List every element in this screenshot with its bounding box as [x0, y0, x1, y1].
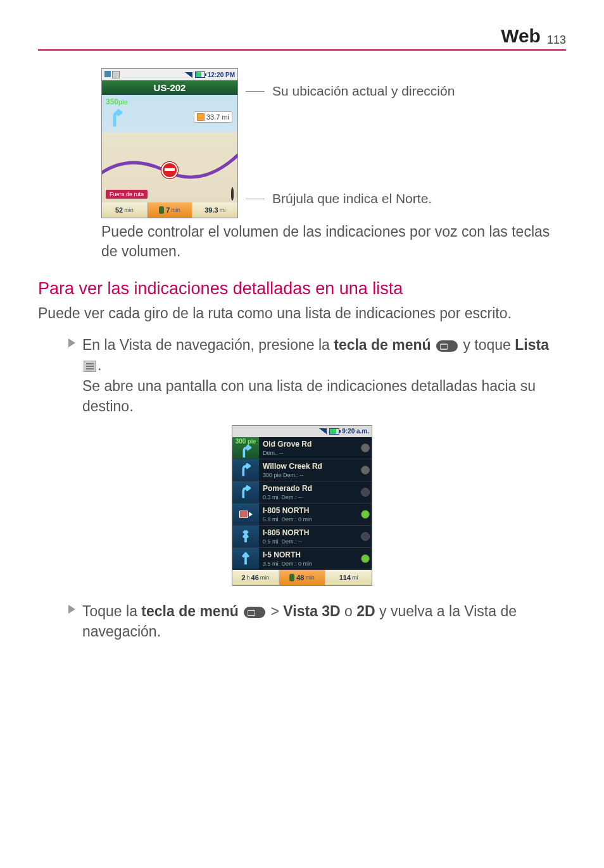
vista-3d-label: Vista 3D — [283, 603, 340, 619]
traffic-dot-cell — [359, 437, 372, 459]
status-time-2: 9:20 a.m. — [342, 428, 369, 435]
section-intro: Puede ver cada giro de la ruta como una … — [38, 304, 566, 323]
road-name: I-805 NORTH — [263, 506, 355, 515]
off-route-badge: Fuera de ruta — [106, 190, 148, 199]
distance-unit: pie — [118, 99, 127, 106]
merge-icon — [239, 530, 253, 543]
direction-icon-cell — [232, 504, 259, 525]
trip-distance-2: 114mi — [325, 570, 372, 585]
next-turn-distance: 350pie — [106, 97, 127, 106]
figure-navigation-view: 12:20 PM US-202 350pie 33.7 mi — [101, 68, 566, 218]
trip-time-total-2: 2h 46min — [232, 570, 279, 585]
road-meta: 3.5 mi. Dem.: 0 min — [263, 561, 355, 567]
road-meta: Dem.: -- — [263, 450, 355, 456]
header-title: Web — [501, 25, 541, 47]
direction-row: Willow Creek Rd300 pie Dem.: -- — [232, 459, 372, 481]
phone-screenshot-nav: 12:20 PM US-202 350pie 33.7 mi — [101, 68, 238, 218]
annotation-compass: Brújula que indica el Norte. — [252, 191, 455, 206]
direction-text: I-805 NORTH5.8 mi. Dem.: 0 min — [259, 504, 359, 525]
road-name: Willow Creek Rd — [263, 462, 355, 471]
traffic-dot-icon — [361, 510, 370, 519]
remaining-distance-value: 33.7 mi — [206, 113, 229, 121]
step2-text-a: Toque la — [82, 603, 141, 619]
distance-number: 350 — [106, 97, 118, 106]
figure-directions-list: 9:20 a.m. 300 pieOld Grove RdDem.: --Wil… — [38, 425, 566, 586]
direction-text: I-5 NORTH3.5 mi. Dem.: 0 min — [259, 548, 359, 569]
road-name: Old Grove Rd — [263, 440, 355, 449]
menu-key-icon — [244, 607, 265, 618]
statusbar-2: 9:20 a.m. — [232, 426, 372, 437]
direction-text: Old Grove RdDem.: -- — [259, 437, 359, 459]
direction-row: Pomerado Rd0.3 mi. Dem.: -- — [232, 481, 372, 504]
traffic-dot-cell — [359, 548, 372, 569]
caption-volume: Puede controlar el volumen de las indica… — [101, 222, 566, 261]
traffic-icon — [159, 206, 164, 214]
road-name: Pomerado Rd — [263, 484, 355, 493]
signal-icon — [185, 72, 192, 78]
direction-text: Willow Creek Rd300 pie Dem.: -- — [259, 459, 359, 481]
traffic-dot-cell — [359, 504, 372, 525]
trip-time-total: 52min — [102, 202, 148, 218]
direction-icon-cell — [232, 526, 259, 547]
direction-row: I-805 NORTH5.8 mi. Dem.: 0 min — [232, 504, 372, 526]
trip-distance: 39.3mi — [192, 202, 237, 218]
direction-icon-cell: 300 pie — [232, 437, 259, 459]
straight-icon — [239, 552, 253, 566]
traffic-dot-icon — [361, 466, 370, 474]
current-road-bar: US-202 — [102, 80, 237, 95]
highway-exit-icon — [239, 511, 253, 518]
vista-2d-label: 2D — [356, 603, 375, 619]
turn-right-icon — [239, 463, 253, 477]
direction-row: I-5 NORTH3.5 mi. Dem.: 0 min — [232, 548, 372, 570]
annotation-compass-text: Brújula que indica el Norte. — [272, 191, 432, 206]
sync-icon — [112, 71, 120, 78]
menu-key-label-2: tecla de menú — [141, 603, 238, 619]
menu-key-label: tecla de menú — [334, 337, 431, 353]
traffic-dot-icon — [361, 443, 370, 452]
poi-icon — [197, 113, 204, 121]
map-view: 350pie 33.7 mi Fuera de ruta — [102, 95, 237, 202]
step1-text-a: En la Vista de navegación, presione la — [82, 337, 334, 353]
traffic-dot-icon — [361, 488, 370, 497]
direction-icon-cell — [232, 459, 259, 481]
direction-icon-cell — [232, 548, 259, 569]
gps-icon — [104, 71, 111, 77]
current-road-label: US-202 — [154, 82, 186, 93]
direction-text: Pomerado Rd0.3 mi. Dem.: -- — [259, 481, 359, 503]
step1-text-c: . — [98, 357, 101, 373]
step1-text-d: Se abre una pantalla con una lista de in… — [82, 378, 536, 414]
annotation-location: Su ubicación actual y dirección — [252, 84, 455, 99]
bullet-arrow-icon — [68, 605, 75, 614]
traffic-dot-icon — [361, 554, 370, 563]
step2-text-b: > — [271, 603, 284, 619]
turn-right-icon — [239, 485, 253, 499]
turn-arrow-icon — [107, 109, 122, 128]
status-time: 12:20 PM — [208, 71, 235, 78]
phone-screenshot-list: 9:20 a.m. 300 pieOld Grove RdDem.: --Wil… — [232, 425, 372, 586]
step2-text-c: o — [341, 603, 357, 619]
no-entry-icon — [161, 162, 178, 178]
traffic-dot-cell — [359, 459, 372, 481]
road-meta: 300 pie Dem.: -- — [263, 472, 355, 478]
road-meta: 5.8 mi. Dem.: 0 min — [263, 516, 355, 523]
directions-list: 300 pieOld Grove RdDem.: --Willow Creek … — [232, 437, 372, 570]
lista-label: Lista — [515, 337, 549, 353]
bullet-arrow-icon — [68, 338, 75, 347]
trip-info-bar: 52min 7min 39.3mi — [102, 202, 237, 218]
list-icon — [84, 361, 96, 372]
menu-key-icon — [436, 340, 458, 352]
trip-time-next-2: 48min — [279, 570, 326, 585]
traffic-dot-cell — [359, 526, 372, 547]
compass-icon — [231, 187, 234, 201]
direction-row: I-805 NORTH0.5 mi. Dem.: -- — [232, 526, 372, 548]
statusbar: 12:20 PM — [102, 69, 237, 80]
annotation-location-text: Su ubicación actual y dirección — [272, 84, 455, 99]
step1-text-b: y toque — [463, 337, 515, 353]
direction-icon-cell — [232, 481, 259, 503]
page-header: Web 113 — [38, 25, 566, 51]
road-name: I-5 NORTH — [263, 550, 355, 559]
remaining-distance-box: 33.7 mi — [194, 111, 232, 123]
road-name: I-805 NORTH — [263, 528, 355, 537]
header-page-number: 113 — [547, 34, 566, 47]
step-open-list: En la Vista de navegación, presione la t… — [82, 335, 566, 416]
